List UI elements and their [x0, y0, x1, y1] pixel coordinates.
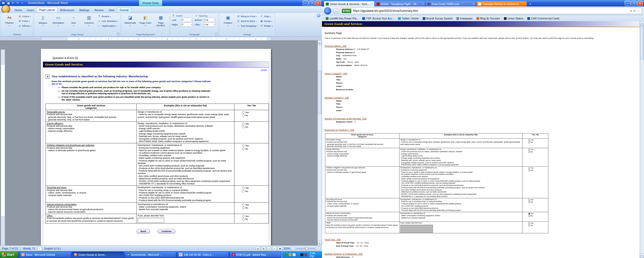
- revenue-edit-link[interactable]: Worksite Revenue or Employment - Edit: [325, 253, 363, 255]
- undo-icon[interactable]: [11, 1, 15, 5]
- radio-icon[interactable]: [528, 139, 530, 141]
- yes-radio[interactable]: Yes: [242, 204, 268, 206]
- help-icon[interactable]: [317, 14, 320, 17]
- scroll-up-icon[interactable]: [318, 40, 322, 45]
- breaks-button[interactable]: Breaks: [97, 14, 119, 18]
- document-page[interactable]: Question 4 (Form D): Green Goods and Ser…: [41, 49, 271, 246]
- radio-icon[interactable]: [528, 201, 530, 203]
- radio-icon[interactable]: [242, 123, 245, 125]
- web-layout-view-icon[interactable]: ▢: [267, 247, 271, 250]
- no-radio[interactable]: No: [528, 141, 547, 143]
- outline-view-icon[interactable]: ≡: [272, 247, 277, 250]
- dialog-launcher-icon[interactable]: [215, 33, 218, 36]
- indent-right-field[interactable]: Right:0": [172, 22, 192, 26]
- align-button[interactable]: Align: [259, 14, 273, 18]
- reload-icon[interactable]: [633, 9, 636, 13]
- dialog-launcher-icon[interactable]: [117, 33, 120, 36]
- yes-radio[interactable]: Yes: [242, 111, 268, 114]
- survey-contact-edit-link[interactable]: Survey Contact(s) - Edit: [325, 72, 347, 75]
- yes-radio[interactable]: Yes: [528, 139, 547, 141]
- employees-edit-link[interactable]: Number of Employees at this Worksite - E…: [325, 117, 367, 120]
- browser-scrollbar[interactable]: [640, 21, 644, 258]
- draft-view-icon[interactable]: ▣: [278, 247, 282, 250]
- fiscal-year-edit-link[interactable]: Fiscal Year - Edit: [325, 238, 341, 241]
- tab-page-layout[interactable]: Page Layout: [36, 7, 58, 12]
- hyphenation-button[interactable]: Hyphenation: [97, 24, 119, 28]
- yes-radio[interactable]: Yes: [242, 215, 268, 217]
- spinner-icon[interactable]: [214, 19, 215, 21]
- zoom-level[interactable]: 110%: [284, 247, 290, 250]
- rotate-button[interactable]: Rotate: [259, 24, 273, 28]
- radio-icon[interactable]: [528, 149, 530, 151]
- bookmark-item[interactable]: Citi® Commercial Cards: [526, 16, 561, 20]
- tab-view[interactable]: View: [106, 8, 117, 12]
- office-button[interactable]: [2, 5, 10, 13]
- radio-icon[interactable]: [528, 215, 530, 217]
- taskbar-item-adobe[interactable]: EOB (1).pdf - Adobe Rea...: [230, 252, 281, 257]
- radio-icon[interactable]: [242, 190, 245, 192]
- tab-mailings[interactable]: Mailings: [77, 8, 92, 12]
- radio-icon[interactable]: [528, 167, 530, 169]
- network-icon[interactable]: [297, 253, 299, 256]
- no-radio[interactable]: No: [242, 190, 268, 192]
- page-indicator[interactable]: Page: 7 of 13: [2, 247, 18, 250]
- redo-icon[interactable]: [16, 1, 19, 5]
- bookmark-item[interactable]: TSP: Access Your Acc...: [360, 16, 396, 20]
- bring-to-front-button[interactable]: Bring to Front: [236, 14, 258, 18]
- yes-radio[interactable]: Yes: [528, 167, 547, 169]
- radio-icon[interactable]: [528, 224, 530, 227]
- radio-icon[interactable]: [242, 215, 245, 217]
- indent-left-value[interactable]: 0": [182, 19, 184, 21]
- spacing-after-field[interactable]: After:0 pt: [195, 22, 215, 26]
- bookmark-item[interactable]: Blog do Torcedor: [475, 16, 502, 20]
- no-radio[interactable]: No: [242, 207, 268, 209]
- word-titlebar[interactable]: Screenshots - Microsoft Word Picture Too…: [0, 0, 322, 6]
- responses-edit-link[interactable]: Responses to Question 4 - Edit: [325, 129, 354, 131]
- scroll-down-icon[interactable]: [318, 241, 322, 246]
- word-vertical-scrollbar[interactable]: [317, 40, 322, 246]
- taskbar-item-citrix[interactable]: 146.142.40.39 - Citrix o...: [177, 252, 229, 257]
- maximize-button[interactable]: [631, 1, 637, 6]
- tab-references[interactable]: References: [58, 8, 77, 12]
- url-text[interactable]: https://ggsdatat.bls.gov/GGS/showSummary…: [353, 9, 418, 13]
- save-icon[interactable]: [7, 1, 10, 5]
- minimize-button[interactable]: [625, 1, 630, 6]
- no-radio[interactable]: No: [242, 148, 268, 150]
- physical-address-edit-link[interactable]: Physical Address - Edit: [325, 45, 346, 47]
- radio-icon[interactable]: [242, 204, 245, 206]
- no-radio[interactable]: No: [528, 151, 547, 153]
- theme-fonts-button[interactable]: Fonts: [17, 19, 32, 23]
- continue-button[interactable]: Continue: [157, 229, 176, 234]
- close-tab-icon[interactable]: [524, 3, 525, 5]
- other-description-input[interactable]: [400, 225, 433, 233]
- radio-icon[interactable]: [242, 114, 245, 117]
- radio-icon[interactable]: [528, 213, 530, 215]
- embedded-form-screenshot[interactable]: Green Goods and Services Logout 4 Your e…: [43, 61, 269, 246]
- radio-icon[interactable]: [528, 222, 530, 224]
- indent-left-field[interactable]: Left:0": [172, 18, 192, 22]
- page-color-button[interactable]: Page Color: [138, 14, 153, 27]
- forward-button[interactable]: [333, 8, 339, 14]
- minimize-button[interactable]: [303, 1, 308, 6]
- theme-effects-button[interactable]: Effects: [17, 24, 32, 28]
- radio-icon[interactable]: [242, 148, 245, 150]
- send-to-back-button[interactable]: Send to Back: [236, 19, 258, 23]
- spinner-icon[interactable]: [214, 24, 215, 25]
- bookmark-item[interactable]: Instapaper: [455, 16, 474, 20]
- radio-icon[interactable]: [242, 207, 245, 209]
- bookmark-star-icon[interactable]: [637, 9, 640, 13]
- position-button[interactable]: Position: [221, 14, 235, 27]
- close-tab-icon[interactable]: [473, 3, 474, 5]
- yes-radio[interactable]: Yes: [242, 187, 268, 189]
- radio-icon[interactable]: [242, 111, 245, 114]
- zoom-slider[interactable]: [296, 248, 315, 249]
- worksite-contact-edit-link[interactable]: Worksite Contact(s) - Edit: [325, 96, 349, 99]
- spacing-before-value[interactable]: 0 pt: [205, 19, 208, 21]
- citrix-tray-icon[interactable]: [300, 253, 303, 256]
- browser-tab-youtube[interactable]: RUSH - "Headlong Flight" - Of...: [375, 1, 425, 7]
- tab-format[interactable]: Format: [117, 7, 131, 12]
- close-tab-icon[interactable]: [371, 3, 373, 5]
- taskbar-item-browser[interactable]: Green Goods & Servic...: [72, 252, 124, 257]
- bookmark-item[interactable]: Brandt Survey System: [421, 16, 454, 20]
- line-numbers-button[interactable]: Line Numbers: [97, 19, 119, 23]
